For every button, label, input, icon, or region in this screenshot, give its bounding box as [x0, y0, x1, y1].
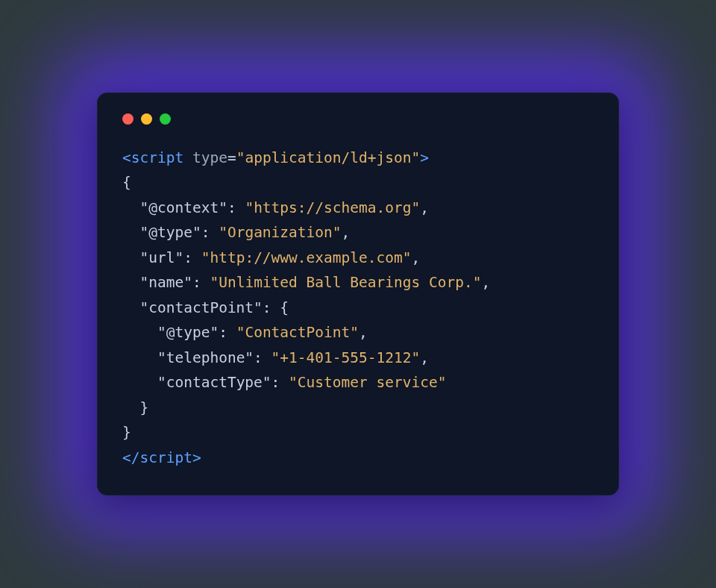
attr-name: type [192, 149, 227, 166]
space [227, 324, 236, 341]
space [236, 199, 245, 216]
close-icon[interactable] [122, 113, 134, 125]
brace-open-outer: { [122, 174, 131, 191]
colon: : [263, 299, 271, 316]
space [192, 249, 201, 266]
code-block: <script type="application/ld+json"> { "@… [122, 146, 594, 471]
equals: = [227, 149, 236, 166]
comma: , [420, 349, 429, 366]
value-contacttype: "Customer service" [289, 374, 446, 391]
minimize-icon[interactable] [141, 113, 152, 125]
space [201, 274, 210, 291]
key-context: "@context" [139, 199, 227, 216]
colon: : [227, 199, 236, 216]
brace-close-inner: } [139, 399, 148, 416]
tag-close-angle: </ [122, 449, 139, 466]
tag-name-open: script [131, 149, 183, 166]
colon: : [271, 374, 280, 391]
tag-open-angle: < [122, 149, 131, 166]
tag-open-end: > [420, 149, 429, 166]
key-name: "name" [139, 274, 192, 291]
value-name: "Unlimited Ball Bearings Corp." [210, 274, 481, 291]
value-url: "http://www.example.com" [201, 249, 412, 266]
key-contactpoint: "contactPoint" [139, 299, 262, 316]
key-contacttype: "contactType" [157, 374, 271, 391]
comma: , [359, 324, 368, 341]
comma: , [411, 249, 420, 266]
colon: : [254, 349, 263, 366]
tag-name-close: script [139, 449, 192, 466]
colon: : [192, 274, 201, 291]
code-window: <script type="application/ld+json"> { "@… [97, 93, 619, 496]
colon: : [201, 224, 210, 241]
space [280, 374, 289, 391]
space [183, 149, 192, 166]
key-url: "url" [139, 249, 183, 266]
zoom-icon[interactable] [160, 113, 171, 125]
tag-close-end: > [192, 449, 201, 466]
attr-value: "application/ld+json" [236, 149, 421, 166]
comma: , [481, 274, 490, 291]
value-telephone: "+1-401-555-1212" [271, 349, 421, 366]
space [271, 299, 280, 316]
value-context: "https://schema.org" [245, 199, 420, 216]
colon: : [183, 249, 192, 266]
colon: : [219, 324, 227, 341]
brace-close-outer: } [122, 424, 131, 441]
key-cp-type: "@type" [157, 324, 219, 341]
value-type: "Organization" [219, 224, 341, 241]
value-cp-type: "ContactPoint" [236, 324, 359, 341]
space [210, 224, 219, 241]
key-type: "@type" [139, 224, 201, 241]
brace-open-inner: { [280, 299, 289, 316]
space [263, 349, 271, 366]
key-telephone: "telephone" [157, 349, 254, 366]
comma: , [342, 224, 351, 241]
window-titlebar [122, 113, 594, 125]
window-glow: <script type="application/ld+json"> { "@… [45, 40, 671, 548]
comma: , [420, 199, 429, 216]
